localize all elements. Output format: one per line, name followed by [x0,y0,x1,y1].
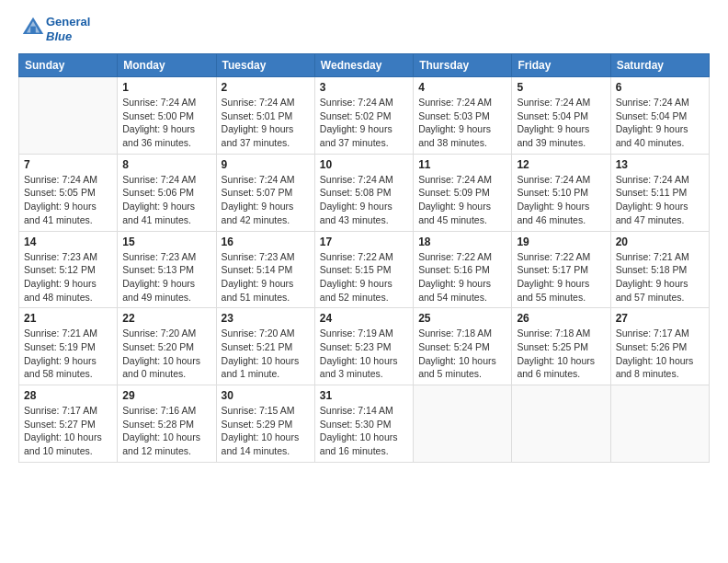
week-row-5: 28Sunrise: 7:17 AM Sunset: 5:27 PM Dayli… [19,385,710,463]
calendar-cell: 19Sunrise: 7:22 AM Sunset: 5:17 PM Dayli… [512,231,610,308]
day-number: 19 [517,236,605,248]
day-number: 26 [517,312,605,325]
weekday-header-friday: Friday [512,54,610,77]
day-number: 25 [418,312,506,325]
week-row-3: 14Sunrise: 7:23 AM Sunset: 5:12 PM Dayli… [19,231,710,308]
weekday-header-monday: Monday [118,54,216,77]
day-number: 9 [222,158,310,171]
calendar-cell [19,77,118,155]
day-number: 3 [320,81,408,94]
day-info: Sunrise: 7:24 AM Sunset: 5:03 PM Dayligh… [418,96,506,150]
day-info: Sunrise: 7:18 AM Sunset: 5:25 PM Dayligh… [517,327,605,381]
day-number: 20 [616,236,704,248]
calendar-cell: 31Sunrise: 7:14 AM Sunset: 5:30 PM Dayli… [314,385,413,463]
calendar-cell: 27Sunrise: 7:17 AM Sunset: 5:26 PM Dayli… [610,308,709,385]
page: General Blue SundayMondayTuesdayWednesda… [0,0,728,563]
day-info: Sunrise: 7:24 AM Sunset: 5:06 PM Dayligh… [122,173,210,227]
day-number: 1 [122,81,210,94]
calendar-cell: 26Sunrise: 7:18 AM Sunset: 5:25 PM Dayli… [512,308,610,385]
weekday-header-saturday: Saturday [610,54,709,77]
svg-rect-2 [30,27,36,34]
calendar-cell [512,385,610,463]
day-number: 31 [320,389,408,402]
calendar-table: SundayMondayTuesdayWednesdayThursdayFrid… [18,53,710,463]
day-info: Sunrise: 7:20 AM Sunset: 5:20 PM Dayligh… [122,327,210,381]
calendar-cell: 16Sunrise: 7:23 AM Sunset: 5:14 PM Dayli… [216,231,314,308]
day-info: Sunrise: 7:24 AM Sunset: 5:10 PM Dayligh… [517,173,605,227]
weekday-header-sunday: Sunday [19,54,118,77]
day-info: Sunrise: 7:24 AM Sunset: 5:05 PM Dayligh… [24,173,112,227]
day-info: Sunrise: 7:16 AM Sunset: 5:28 PM Dayligh… [122,404,210,458]
day-number: 11 [418,158,506,171]
calendar-cell: 7Sunrise: 7:24 AM Sunset: 5:05 PM Daylig… [19,154,118,231]
calendar-cell: 14Sunrise: 7:23 AM Sunset: 5:12 PM Dayli… [19,231,118,308]
calendar-cell: 25Sunrise: 7:18 AM Sunset: 5:24 PM Dayli… [414,308,512,385]
day-number: 10 [320,158,408,171]
weekday-header-row: SundayMondayTuesdayWednesdayThursdayFrid… [19,54,710,77]
calendar-cell: 24Sunrise: 7:19 AM Sunset: 5:23 PM Dayli… [314,308,413,385]
day-info: Sunrise: 7:22 AM Sunset: 5:17 PM Dayligh… [517,250,605,304]
calendar-cell: 21Sunrise: 7:21 AM Sunset: 5:19 PM Dayli… [19,308,118,385]
day-info: Sunrise: 7:23 AM Sunset: 5:12 PM Dayligh… [24,250,112,304]
day-number: 16 [222,236,310,248]
day-info: Sunrise: 7:24 AM Sunset: 5:11 PM Dayligh… [616,173,704,227]
calendar-cell: 11Sunrise: 7:24 AM Sunset: 5:09 PM Dayli… [414,154,512,231]
calendar-cell [610,385,709,463]
day-info: Sunrise: 7:22 AM Sunset: 5:16 PM Dayligh… [418,250,506,304]
day-info: Sunrise: 7:21 AM Sunset: 5:18 PM Dayligh… [616,250,704,304]
calendar-cell: 23Sunrise: 7:20 AM Sunset: 5:21 PM Dayli… [216,308,314,385]
calendar-cell [414,385,512,463]
day-number: 6 [616,81,704,94]
day-info: Sunrise: 7:24 AM Sunset: 5:04 PM Dayligh… [616,96,704,150]
weekday-header-thursday: Thursday [414,54,512,77]
day-number: 4 [418,81,506,94]
day-number: 29 [122,389,210,402]
week-row-1: 1Sunrise: 7:24 AM Sunset: 5:00 PM Daylig… [19,77,710,155]
calendar-cell: 22Sunrise: 7:20 AM Sunset: 5:20 PM Dayli… [118,308,216,385]
day-info: Sunrise: 7:24 AM Sunset: 5:02 PM Dayligh… [320,96,408,150]
calendar-cell: 13Sunrise: 7:24 AM Sunset: 5:11 PM Dayli… [610,154,709,231]
day-info: Sunrise: 7:24 AM Sunset: 5:07 PM Dayligh… [222,173,310,227]
calendar-cell: 29Sunrise: 7:16 AM Sunset: 5:28 PM Dayli… [118,385,216,463]
calendar-cell: 8Sunrise: 7:24 AM Sunset: 5:06 PM Daylig… [118,154,216,231]
calendar-cell: 1Sunrise: 7:24 AM Sunset: 5:00 PM Daylig… [118,77,216,155]
day-info: Sunrise: 7:24 AM Sunset: 5:09 PM Dayligh… [418,173,506,227]
day-info: Sunrise: 7:24 AM Sunset: 5:01 PM Dayligh… [222,96,310,150]
day-info: Sunrise: 7:23 AM Sunset: 5:13 PM Dayligh… [122,250,210,304]
day-number: 21 [24,312,112,325]
day-info: Sunrise: 7:24 AM Sunset: 5:00 PM Dayligh… [122,96,210,150]
calendar-cell: 15Sunrise: 7:23 AM Sunset: 5:13 PM Dayli… [118,231,216,308]
header: General Blue [18,15,710,44]
day-info: Sunrise: 7:21 AM Sunset: 5:19 PM Dayligh… [24,327,112,381]
day-number: 13 [616,158,704,171]
calendar-cell: 20Sunrise: 7:21 AM Sunset: 5:18 PM Dayli… [610,231,709,308]
day-number: 22 [122,312,210,325]
day-info: Sunrise: 7:22 AM Sunset: 5:15 PM Dayligh… [320,250,408,304]
day-number: 15 [122,236,210,248]
day-info: Sunrise: 7:23 AM Sunset: 5:14 PM Dayligh… [222,250,310,304]
calendar-cell: 3Sunrise: 7:24 AM Sunset: 5:02 PM Daylig… [314,77,413,155]
day-number: 27 [616,312,704,325]
day-number: 23 [222,312,310,325]
day-info: Sunrise: 7:17 AM Sunset: 5:27 PM Dayligh… [24,404,112,458]
logo: General Blue [18,15,90,44]
day-number: 5 [517,81,605,94]
calendar-cell: 17Sunrise: 7:22 AM Sunset: 5:15 PM Dayli… [314,231,413,308]
day-info: Sunrise: 7:24 AM Sunset: 5:04 PM Dayligh… [517,96,605,150]
calendar-cell: 10Sunrise: 7:24 AM Sunset: 5:08 PM Dayli… [314,154,413,231]
calendar-cell: 12Sunrise: 7:24 AM Sunset: 5:10 PM Dayli… [512,154,610,231]
calendar-cell: 28Sunrise: 7:17 AM Sunset: 5:27 PM Dayli… [19,385,118,463]
day-info: Sunrise: 7:19 AM Sunset: 5:23 PM Dayligh… [320,327,408,381]
logo-text: General Blue [46,15,90,43]
day-number: 12 [517,158,605,171]
calendar-cell: 5Sunrise: 7:24 AM Sunset: 5:04 PM Daylig… [512,77,610,155]
calendar-cell: 18Sunrise: 7:22 AM Sunset: 5:16 PM Dayli… [414,231,512,308]
day-number: 24 [320,312,408,325]
day-info: Sunrise: 7:18 AM Sunset: 5:24 PM Dayligh… [418,327,506,381]
day-number: 17 [320,236,408,248]
calendar-cell: 4Sunrise: 7:24 AM Sunset: 5:03 PM Daylig… [414,77,512,155]
day-number: 7 [24,158,112,171]
day-info: Sunrise: 7:20 AM Sunset: 5:21 PM Dayligh… [222,327,310,381]
calendar-cell: 2Sunrise: 7:24 AM Sunset: 5:01 PM Daylig… [216,77,314,155]
week-row-4: 21Sunrise: 7:21 AM Sunset: 5:19 PM Dayli… [19,308,710,385]
